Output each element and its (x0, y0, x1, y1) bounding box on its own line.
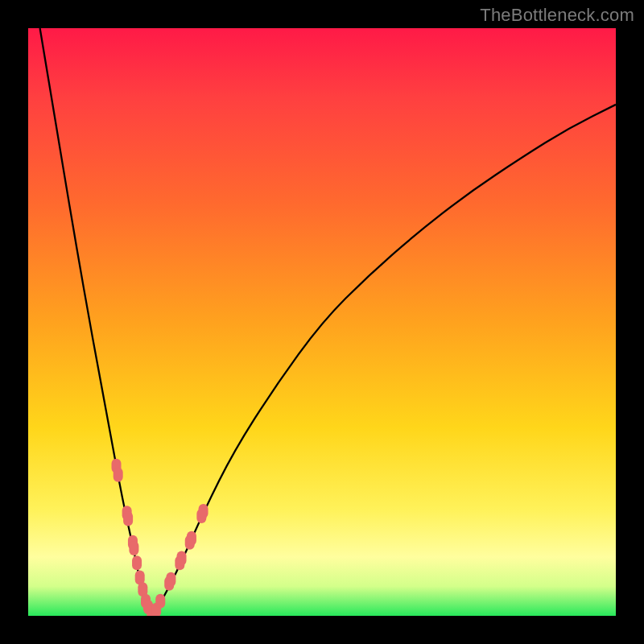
plot-area (28, 28, 616, 616)
curve-right-branch (151, 105, 616, 616)
sample-dot (123, 512, 133, 526)
curve-left-branch (40, 28, 152, 616)
sample-dot (187, 531, 196, 546)
watermark-text: TheBottleneck.com (480, 5, 634, 26)
sample-dot (199, 504, 208, 518)
sample-dot (129, 541, 138, 555)
chart-frame: TheBottleneck.com (0, 0, 644, 644)
sample-dots (112, 459, 208, 616)
sample-dot (114, 468, 123, 482)
sample-dot (132, 555, 142, 570)
sample-dot (166, 572, 175, 587)
sample-dot (177, 551, 187, 565)
sample-dot (155, 594, 165, 609)
curve-layer (28, 28, 616, 616)
